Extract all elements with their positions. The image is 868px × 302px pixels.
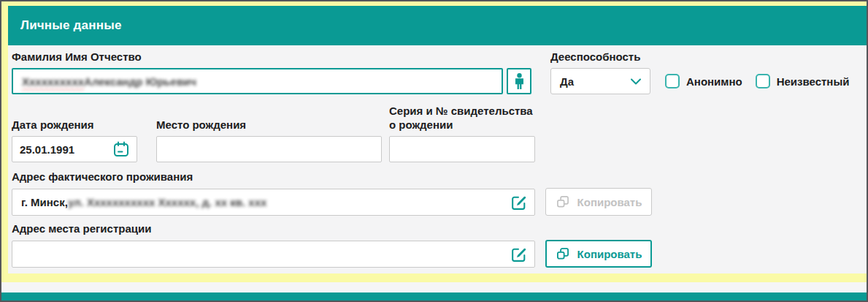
anonymous-checkbox[interactable] <box>665 74 680 88</box>
personal-data-panel: Личные данные Фамилия Имя Отчество Ххххх… <box>1 1 867 282</box>
person-icon <box>514 73 525 89</box>
birth-certificate-input[interactable] <box>389 136 535 162</box>
copy-button-label: Копировать <box>577 248 642 260</box>
actual-address-redacted: ул. Ххххххххххх Хххххх, д. хх кв. ххх <box>68 196 266 208</box>
actual-address-prefix: г. Минск, <box>21 196 68 208</box>
copy-registration-address-button[interactable]: Копировать <box>545 240 652 268</box>
edit-icon <box>510 193 528 211</box>
copy-actual-address-button: Копировать <box>545 188 652 216</box>
registration-address-label: Адрес места регистрации <box>12 222 862 235</box>
registration-address-edit-button[interactable] <box>509 244 528 263</box>
actual-address-edit-button[interactable] <box>509 192 528 211</box>
panel-body: Фамилия Имя Отчество Хххххххххх Александ… <box>8 45 867 268</box>
personal-data-window: Личные данные Фамилия Имя Отчество Ххххх… <box>0 0 868 302</box>
calendar-icon[interactable] <box>113 141 129 157</box>
unknown-checkbox[interactable] <box>756 74 770 88</box>
actual-address-input[interactable]: г. Минск, ул. Ххххххххххх Хххххх, д. хх … <box>12 189 535 216</box>
copy-icon <box>556 195 570 209</box>
copy-icon <box>556 246 570 261</box>
edit-icon <box>510 245 528 263</box>
capacity-value: Да <box>560 75 574 88</box>
registration-address-input[interactable] <box>12 241 535 268</box>
unknown-label: Неизвестный <box>777 75 850 88</box>
panel-header: Личные данные <box>8 6 867 45</box>
anonymous-label: Анонимно <box>686 75 742 88</box>
fio-surname-redacted: Хххххххххх <box>22 75 84 88</box>
person-card-button[interactable] <box>507 68 531 94</box>
birth-date-label: Дата рождения <box>12 118 156 132</box>
birth-date-input[interactable]: 25.01.1991 <box>12 136 137 162</box>
capacity-label: Дееспособность <box>550 50 849 64</box>
fio-input[interactable]: Хххххххххх Александр Юрьевич <box>12 68 503 94</box>
capacity-select[interactable]: Да <box>550 68 650 94</box>
birth-certificate-label-line1: Серия и № свидетельства <box>389 104 533 118</box>
chevron-down-icon <box>631 78 641 85</box>
birth-place-input[interactable] <box>156 136 382 162</box>
copy-button-label: Копировать <box>577 196 642 208</box>
panel-title: Личные данные <box>20 18 122 33</box>
actual-address-label: Адрес фактического проживания <box>12 170 862 184</box>
fio-given-names: Александр Юрьевич <box>84 75 196 88</box>
birth-certificate-label-line2: о рождении <box>389 118 533 132</box>
bottom-accent-bar <box>1 292 867 301</box>
birth-place-label: Место рождения <box>156 118 389 132</box>
fio-label: Фамилия Имя Отчество <box>12 50 531 64</box>
birth-date-value: 25.01.1991 <box>20 143 74 156</box>
